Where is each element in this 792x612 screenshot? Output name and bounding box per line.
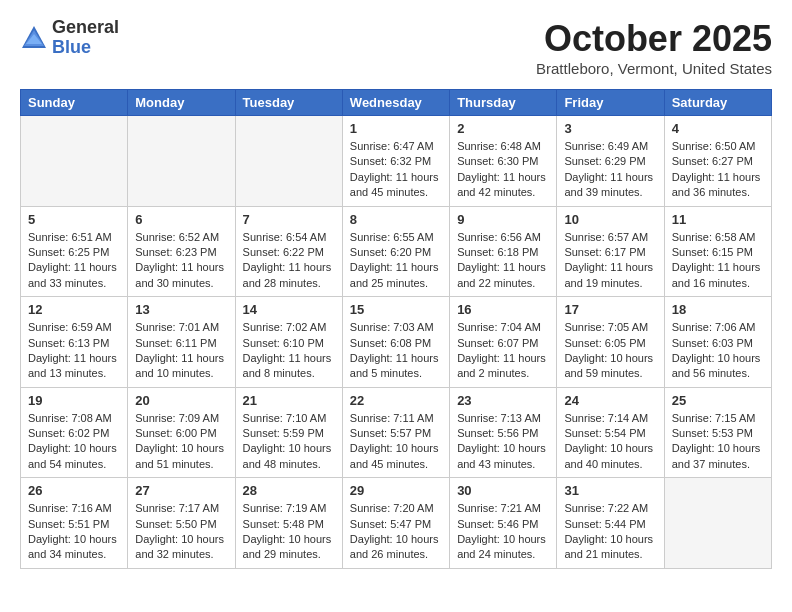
col-tuesday: Tuesday xyxy=(235,90,342,116)
logo: General Blue xyxy=(20,18,119,58)
cell-w5-d4: 29Sunrise: 7:20 AM Sunset: 5:47 PM Dayli… xyxy=(342,478,449,569)
day-number: 20 xyxy=(135,393,227,408)
day-number: 27 xyxy=(135,483,227,498)
day-number: 11 xyxy=(672,212,764,227)
day-info: Sunrise: 7:14 AM Sunset: 5:54 PM Dayligh… xyxy=(564,411,656,473)
day-info: Sunrise: 7:15 AM Sunset: 5:53 PM Dayligh… xyxy=(672,411,764,473)
col-wednesday: Wednesday xyxy=(342,90,449,116)
cell-w3-d5: 16Sunrise: 7:04 AM Sunset: 6:07 PM Dayli… xyxy=(450,297,557,388)
logo-general: General xyxy=(52,18,119,38)
day-info: Sunrise: 7:21 AM Sunset: 5:46 PM Dayligh… xyxy=(457,501,549,563)
day-number: 19 xyxy=(28,393,120,408)
day-number: 29 xyxy=(350,483,442,498)
day-number: 14 xyxy=(243,302,335,317)
day-info: Sunrise: 6:50 AM Sunset: 6:27 PM Dayligh… xyxy=(672,139,764,201)
day-number: 30 xyxy=(457,483,549,498)
cell-w1-d2 xyxy=(128,116,235,207)
day-info: Sunrise: 6:47 AM Sunset: 6:32 PM Dayligh… xyxy=(350,139,442,201)
week-row-5: 26Sunrise: 7:16 AM Sunset: 5:51 PM Dayli… xyxy=(21,478,772,569)
logo-icon xyxy=(20,24,48,52)
day-number: 16 xyxy=(457,302,549,317)
location: Brattleboro, Vermont, United States xyxy=(536,60,772,77)
cell-w5-d1: 26Sunrise: 7:16 AM Sunset: 5:51 PM Dayli… xyxy=(21,478,128,569)
page: General Blue October 2025 Brattleboro, V… xyxy=(0,0,792,587)
day-info: Sunrise: 7:13 AM Sunset: 5:56 PM Dayligh… xyxy=(457,411,549,473)
week-row-4: 19Sunrise: 7:08 AM Sunset: 6:02 PM Dayli… xyxy=(21,387,772,478)
col-monday: Monday xyxy=(128,90,235,116)
day-info: Sunrise: 6:48 AM Sunset: 6:30 PM Dayligh… xyxy=(457,139,549,201)
month-title: October 2025 xyxy=(536,18,772,60)
col-sunday: Sunday xyxy=(21,90,128,116)
header: General Blue October 2025 Brattleboro, V… xyxy=(20,18,772,77)
day-number: 18 xyxy=(672,302,764,317)
cell-w5-d7 xyxy=(664,478,771,569)
day-info: Sunrise: 7:19 AM Sunset: 5:48 PM Dayligh… xyxy=(243,501,335,563)
week-row-3: 12Sunrise: 6:59 AM Sunset: 6:13 PM Dayli… xyxy=(21,297,772,388)
day-info: Sunrise: 7:10 AM Sunset: 5:59 PM Dayligh… xyxy=(243,411,335,473)
cell-w4-d1: 19Sunrise: 7:08 AM Sunset: 6:02 PM Dayli… xyxy=(21,387,128,478)
day-info: Sunrise: 7:05 AM Sunset: 6:05 PM Dayligh… xyxy=(564,320,656,382)
cell-w3-d2: 13Sunrise: 7:01 AM Sunset: 6:11 PM Dayli… xyxy=(128,297,235,388)
cell-w4-d2: 20Sunrise: 7:09 AM Sunset: 6:00 PM Dayli… xyxy=(128,387,235,478)
cell-w1-d4: 1Sunrise: 6:47 AM Sunset: 6:32 PM Daylig… xyxy=(342,116,449,207)
col-saturday: Saturday xyxy=(664,90,771,116)
day-info: Sunrise: 7:09 AM Sunset: 6:00 PM Dayligh… xyxy=(135,411,227,473)
day-number: 23 xyxy=(457,393,549,408)
day-info: Sunrise: 7:16 AM Sunset: 5:51 PM Dayligh… xyxy=(28,501,120,563)
day-info: Sunrise: 6:56 AM Sunset: 6:18 PM Dayligh… xyxy=(457,230,549,292)
day-number: 31 xyxy=(564,483,656,498)
day-number: 28 xyxy=(243,483,335,498)
day-number: 25 xyxy=(672,393,764,408)
cell-w1-d1 xyxy=(21,116,128,207)
cell-w4-d5: 23Sunrise: 7:13 AM Sunset: 5:56 PM Dayli… xyxy=(450,387,557,478)
day-info: Sunrise: 6:51 AM Sunset: 6:25 PM Dayligh… xyxy=(28,230,120,292)
day-number: 22 xyxy=(350,393,442,408)
day-info: Sunrise: 7:06 AM Sunset: 6:03 PM Dayligh… xyxy=(672,320,764,382)
day-info: Sunrise: 7:01 AM Sunset: 6:11 PM Dayligh… xyxy=(135,320,227,382)
cell-w5-d5: 30Sunrise: 7:21 AM Sunset: 5:46 PM Dayli… xyxy=(450,478,557,569)
cell-w1-d6: 3Sunrise: 6:49 AM Sunset: 6:29 PM Daylig… xyxy=(557,116,664,207)
logo-blue: Blue xyxy=(52,38,119,58)
day-number: 3 xyxy=(564,121,656,136)
calendar-table: Sunday Monday Tuesday Wednesday Thursday… xyxy=(20,89,772,569)
cell-w3-d6: 17Sunrise: 7:05 AM Sunset: 6:05 PM Dayli… xyxy=(557,297,664,388)
day-number: 7 xyxy=(243,212,335,227)
day-info: Sunrise: 6:54 AM Sunset: 6:22 PM Dayligh… xyxy=(243,230,335,292)
day-info: Sunrise: 7:02 AM Sunset: 6:10 PM Dayligh… xyxy=(243,320,335,382)
day-info: Sunrise: 7:04 AM Sunset: 6:07 PM Dayligh… xyxy=(457,320,549,382)
day-number: 4 xyxy=(672,121,764,136)
day-number: 24 xyxy=(564,393,656,408)
day-info: Sunrise: 7:08 AM Sunset: 6:02 PM Dayligh… xyxy=(28,411,120,473)
day-number: 17 xyxy=(564,302,656,317)
title-block: October 2025 Brattleboro, Vermont, Unite… xyxy=(536,18,772,77)
day-number: 5 xyxy=(28,212,120,227)
day-info: Sunrise: 6:59 AM Sunset: 6:13 PM Dayligh… xyxy=(28,320,120,382)
cell-w1-d3 xyxy=(235,116,342,207)
cell-w3-d7: 18Sunrise: 7:06 AM Sunset: 6:03 PM Dayli… xyxy=(664,297,771,388)
day-info: Sunrise: 6:58 AM Sunset: 6:15 PM Dayligh… xyxy=(672,230,764,292)
day-number: 9 xyxy=(457,212,549,227)
cell-w4-d4: 22Sunrise: 7:11 AM Sunset: 5:57 PM Dayli… xyxy=(342,387,449,478)
cell-w2-d1: 5Sunrise: 6:51 AM Sunset: 6:25 PM Daylig… xyxy=(21,206,128,297)
cell-w2-d4: 8Sunrise: 6:55 AM Sunset: 6:20 PM Daylig… xyxy=(342,206,449,297)
day-number: 10 xyxy=(564,212,656,227)
day-info: Sunrise: 6:57 AM Sunset: 6:17 PM Dayligh… xyxy=(564,230,656,292)
day-number: 21 xyxy=(243,393,335,408)
week-row-2: 5Sunrise: 6:51 AM Sunset: 6:25 PM Daylig… xyxy=(21,206,772,297)
cell-w2-d3: 7Sunrise: 6:54 AM Sunset: 6:22 PM Daylig… xyxy=(235,206,342,297)
cell-w1-d7: 4Sunrise: 6:50 AM Sunset: 6:27 PM Daylig… xyxy=(664,116,771,207)
cell-w5-d3: 28Sunrise: 7:19 AM Sunset: 5:48 PM Dayli… xyxy=(235,478,342,569)
cell-w4-d7: 25Sunrise: 7:15 AM Sunset: 5:53 PM Dayli… xyxy=(664,387,771,478)
day-info: Sunrise: 7:03 AM Sunset: 6:08 PM Dayligh… xyxy=(350,320,442,382)
day-number: 26 xyxy=(28,483,120,498)
day-number: 1 xyxy=(350,121,442,136)
day-info: Sunrise: 7:22 AM Sunset: 5:44 PM Dayligh… xyxy=(564,501,656,563)
day-number: 12 xyxy=(28,302,120,317)
week-row-1: 1Sunrise: 6:47 AM Sunset: 6:32 PM Daylig… xyxy=(21,116,772,207)
cell-w2-d5: 9Sunrise: 6:56 AM Sunset: 6:18 PM Daylig… xyxy=(450,206,557,297)
cell-w5-d6: 31Sunrise: 7:22 AM Sunset: 5:44 PM Dayli… xyxy=(557,478,664,569)
day-number: 6 xyxy=(135,212,227,227)
day-info: Sunrise: 6:55 AM Sunset: 6:20 PM Dayligh… xyxy=(350,230,442,292)
col-thursday: Thursday xyxy=(450,90,557,116)
logo-text: General Blue xyxy=(52,18,119,58)
